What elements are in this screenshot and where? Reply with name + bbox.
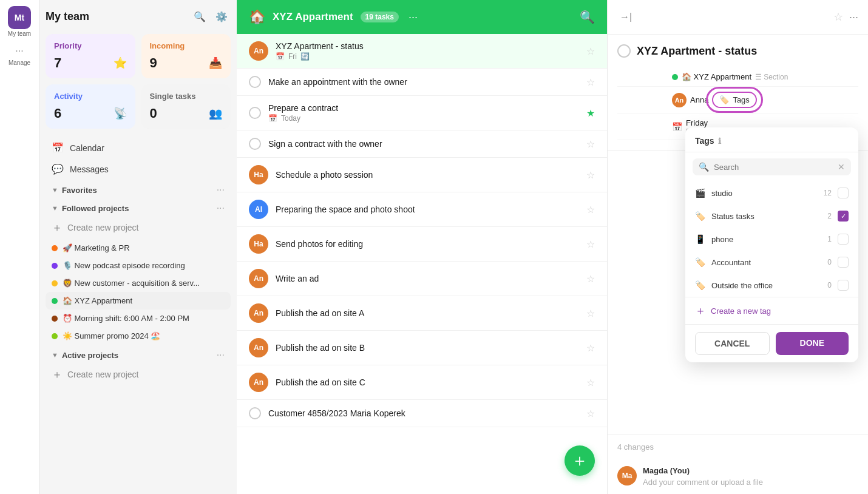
create-followed-project-button[interactable]: ＋ Create new project <box>46 216 231 239</box>
task-star-button[interactable]: ☆ <box>586 76 595 88</box>
task-item[interactable]: Customer 4858/2023 Maria Koperek ☆ <box>237 400 607 427</box>
task-item[interactable]: Ha Schedule a photo session ☆ <box>237 158 607 192</box>
task-item[interactable]: Ha Send photos for editing ☆ <box>237 227 607 262</box>
task-item[interactable]: Sign a contract with the owner ☆ <box>237 130 607 158</box>
calendar-nav-item[interactable]: 📅 Calendar <box>46 137 231 158</box>
task-star-button[interactable]: ☆ <box>586 239 595 250</box>
task-star-button[interactable]: ☆ <box>586 377 595 388</box>
project-item-summer[interactable]: ☀️ Summer promo 2024 🏖️ <box>46 327 231 345</box>
activity-card-number: 6 <box>54 106 61 121</box>
project-label-morning: ⏰ Morning shift: 6:00 AM - 2:00 PM <box>63 314 189 323</box>
user-avatar[interactable]: Mt <box>8 6 31 29</box>
task-avatar: Al <box>249 200 268 219</box>
done-button[interactable]: DONE <box>776 332 849 355</box>
task-content: Customer 4858/2023 Maria Koperek <box>268 408 579 418</box>
task-content: Sign a contract with the owner <box>268 139 579 149</box>
task-star-button[interactable]: ★ <box>586 107 595 119</box>
task-item[interactable]: Make an appointment with the owner ☆ <box>237 69 607 96</box>
tags-label: Tags <box>733 95 749 104</box>
favorites-section-header[interactable]: ▼ Favorites ··· <box>46 180 231 198</box>
project-header-search-button[interactable]: 🔍 <box>580 10 595 24</box>
tag-item[interactable]: 🏷️ Status tasks 2 ✓ <box>685 205 858 228</box>
project-item-morning[interactable]: ⏰ Morning shift: 6:00 AM - 2:00 PM <box>46 310 231 327</box>
tags-clear-icon[interactable]: ✕ <box>838 162 845 172</box>
messages-nav-item[interactable]: 💬 Messages <box>46 158 231 180</box>
task-star-button[interactable]: ☆ <box>586 46 595 57</box>
section-label[interactable]: ☰ Section <box>755 73 788 81</box>
followed-more-icon[interactable]: ··· <box>217 203 225 214</box>
followed-projects-section-header[interactable]: ▼ Followed projects ··· <box>46 198 231 216</box>
settings-nav-button[interactable]: ⚙️ <box>212 7 231 25</box>
active-projects-section-header[interactable]: ▼ Active projects ··· <box>46 345 231 363</box>
task-star-button[interactable]: ☆ <box>586 204 595 215</box>
task-checkbox[interactable] <box>249 76 261 88</box>
project-item-xyz[interactable]: 🏠 XYZ Appartment <box>46 292 231 310</box>
manage-button[interactable]: ··· Manage <box>8 42 31 70</box>
tag-count: 0 <box>827 258 832 266</box>
task-item[interactable]: Prepare a contract 📅Today ★ <box>237 96 607 130</box>
task-star-button[interactable]: ☆ <box>586 408 595 419</box>
tag-item[interactable]: 📱 phone 1 <box>685 228 858 251</box>
task-detail-checkbox[interactable] <box>617 44 631 58</box>
project-detail-value[interactable]: 🏠 XYZ Appartment ☰ Section <box>672 72 788 81</box>
active-more-icon[interactable]: ··· <box>217 350 225 360</box>
tag-item[interactable]: 🎬 studio 12 <box>685 181 858 205</box>
add-task-fab[interactable]: ＋ <box>565 445 595 476</box>
right-panel-star-button[interactable]: ☆ <box>833 10 843 24</box>
nav-title-icons: 🔍 ⚙️ <box>191 7 231 25</box>
task-item[interactable]: An XYZ Apartment - status 📅Fri🔄 ☆ <box>237 34 607 69</box>
task-checkbox[interactable] <box>249 138 261 150</box>
task-item[interactable]: Al Preparing the space and photo shoot ☆ <box>237 192 607 227</box>
task-item[interactable]: An Write an ad ☆ <box>237 262 607 296</box>
tag-icon: 📱 <box>695 234 705 244</box>
task-star-button[interactable]: ☆ <box>586 308 595 319</box>
create-followed-label: Create new project <box>67 223 139 232</box>
task-checkbox[interactable] <box>249 407 261 419</box>
project-header-icon: 🏠 <box>249 9 265 25</box>
right-panel-more-button[interactable]: ··· <box>849 11 858 24</box>
task-title: Schedule a photo session <box>276 170 579 180</box>
assignee-detail-value[interactable]: An Anna 🏷️ Tags <box>672 92 757 108</box>
comment-row: Ma Magda (You) Add your comment or uploa… <box>608 459 868 494</box>
tags-search-input[interactable] <box>714 163 833 172</box>
task-checkbox[interactable] <box>249 107 261 119</box>
task-detail-name: XYZ Apartment - status <box>637 45 757 58</box>
commenter-avatar: Ma <box>617 466 637 486</box>
comment-placeholder[interactable]: Add your comment or upload a file <box>643 478 858 487</box>
create-active-project-button[interactable]: ＋ Create new project <box>46 363 231 386</box>
task-title: Publish the ad on site C <box>276 377 579 387</box>
project-label-customer: 🦁 New customer - acquisition & serv... <box>63 279 200 288</box>
tag-item[interactable]: 🏷️ Outside the office 0 <box>685 274 858 297</box>
incoming-card-number: 9 <box>150 55 157 71</box>
cancel-button[interactable]: CANCEL <box>695 332 770 355</box>
priority-card[interactable]: Priority 7 ⭐ <box>46 34 135 78</box>
task-star-button[interactable]: ☆ <box>586 138 595 150</box>
comment-input-area: Magda (You) Add your comment or upload a… <box>643 466 858 487</box>
project-header-more-button[interactable]: ··· <box>409 11 418 24</box>
tag-name: Outside the office <box>711 281 821 290</box>
tags-dropdown-title: Tags <box>695 136 714 146</box>
task-item[interactable]: An Publish the ad on site B ☆ <box>237 331 607 365</box>
task-item[interactable]: An Publish the ad on site C ☆ <box>237 365 607 400</box>
tag-name: Accountant <box>711 258 821 267</box>
incoming-card[interactable]: Incoming 9 📥 <box>141 34 231 78</box>
project-item-customer[interactable]: 🦁 New customer - acquisition & serv... <box>46 274 231 292</box>
single-tasks-card[interactable]: Single tasks 0 👥 <box>141 84 231 129</box>
create-new-tag-button[interactable]: ＋ Create a new tag <box>685 297 858 324</box>
task-item[interactable]: An Publish the ad on site A ☆ <box>237 296 607 331</box>
project-dot-podcast <box>52 263 58 269</box>
task-star-button[interactable]: ☆ <box>586 273 595 285</box>
activity-card[interactable]: Activity 6 📡 <box>46 84 135 129</box>
project-item-marketing[interactable]: 🚀 Marketing & PR <box>46 239 231 257</box>
task-avatar: Ha <box>249 234 268 254</box>
project-item-podcast[interactable]: 🎙️ New podcast episode recording <box>46 257 231 274</box>
priority-card-bottom: 7 ⭐ <box>54 55 127 71</box>
task-star-button[interactable]: ☆ <box>586 342 595 354</box>
search-nav-button[interactable]: 🔍 <box>191 7 209 25</box>
favorites-more-icon[interactable]: ··· <box>217 184 225 195</box>
task-star-button[interactable]: ☆ <box>586 169 595 181</box>
tags-button[interactable]: 🏷️ Tags <box>712 92 756 108</box>
tag-item[interactable]: 🏷️ Accountant 0 <box>685 251 858 274</box>
tags-dropdown-header: Tags ℹ <box>685 127 858 152</box>
back-arrow-button[interactable]: →| <box>617 8 634 25</box>
